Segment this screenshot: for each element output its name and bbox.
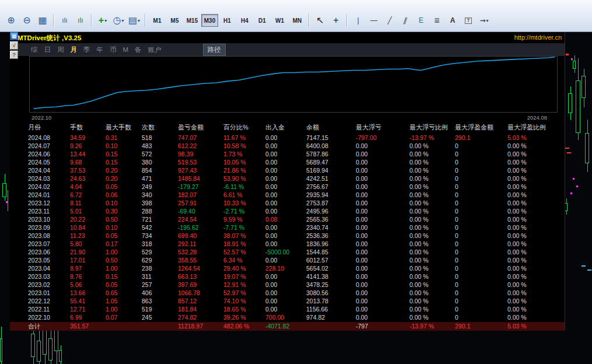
timeframe-m1-button[interactable]: M1 <box>149 14 166 27</box>
table-cell: 0 <box>455 199 507 207</box>
timeframe-w1-button[interactable]: W1 <box>271 14 288 27</box>
table-cell: 0.00 <box>356 183 409 191</box>
table-cell: 0.00 % <box>507 232 565 240</box>
panel-url-link[interactable]: http://mtdriver.cn <box>514 34 562 41</box>
candle-chart-button[interactable]: ılı <box>73 13 88 28</box>
total-cell: 11218.97 <box>178 322 223 331</box>
grid-button[interactable]: ≣ <box>429 13 444 28</box>
table-cell: 5.06 <box>70 281 106 289</box>
trendline-button[interactable]: ╱ <box>382 13 397 28</box>
zoom-out-button[interactable]: ⊖ <box>19 13 34 28</box>
table-cell: 0 <box>455 207 507 215</box>
timeframe-m30-button[interactable]: M30 <box>201 14 218 27</box>
table-cell: 0.00 <box>265 174 306 183</box>
table-cell: 0.00 % <box>409 191 455 199</box>
tab-综[interactable]: 综 <box>31 46 38 54</box>
table-row: 2023.0621.901.00529532.2852.57 %-5000.00… <box>10 248 565 256</box>
table-cell: 24.63 <box>70 174 106 183</box>
table-cell: 6.61 % <box>223 191 265 199</box>
table-cell: 6.99 <box>70 313 106 321</box>
table-cell: 20.22 <box>70 215 106 223</box>
table-cell: 1485.84 <box>178 174 223 183</box>
text-label-button[interactable]: T <box>461 13 476 28</box>
table-cell: 9.68 <box>70 158 106 166</box>
timeframe-mn-button[interactable]: MN <box>289 14 306 27</box>
table-cell: 21.86 % <box>223 166 265 174</box>
table-cell: 0.00 <box>265 297 306 305</box>
tabs-bar: 综日周月季年币M备账户路径 <box>10 43 565 56</box>
tab-年[interactable]: 年 <box>97 46 104 54</box>
table-row: 2023.075.800.17318292.1118.91 %0.001836.… <box>10 240 565 248</box>
table-cell: 0.00 <box>265 183 306 191</box>
tab-路径[interactable]: 路径 <box>203 44 226 56</box>
table-cell: 0.00 % <box>507 305 565 313</box>
fibonacci-button[interactable]: E <box>414 13 429 28</box>
table-cell: 2023.01 <box>28 289 70 297</box>
timeframe-h1-button[interactable]: H1 <box>219 14 236 27</box>
total-cell: 351.57 <box>70 322 106 331</box>
tab-M[interactable]: M <box>123 46 129 53</box>
text-button[interactable]: A <box>445 13 460 28</box>
table-row: 2023.0910.840.10542-195.62-7.71 %0.00234… <box>10 223 565 232</box>
vertical-line-button[interactable]: | <box>351 13 366 28</box>
crosshair-button[interactable]: + <box>328 13 344 28</box>
dropdown-arrow-icon: ▾ <box>486 18 489 23</box>
zoom-in-button[interactable]: ⊕ <box>3 13 19 28</box>
table-cell: 0.00 % <box>409 223 455 232</box>
tab-账户[interactable]: 账户 <box>148 46 162 54</box>
table-cell: 74.10 % <box>223 297 265 305</box>
timeframe-d1-button[interactable]: D1 <box>254 14 271 27</box>
tab-周[interactable]: 周 <box>57 46 64 54</box>
timeframe-m5-button[interactable]: M5 <box>166 14 183 27</box>
equidistant-channel-button[interactable]: ∥ <box>398 13 413 28</box>
timeframe-h4-button[interactable]: H4 <box>236 14 253 27</box>
tab-备[interactable]: 备 <box>135 46 142 54</box>
confirm-button[interactable]: √ <box>10 41 18 50</box>
table-cell: 0.00 <box>356 166 409 174</box>
tab-月[interactable]: 月 <box>71 46 78 54</box>
table-cell: 53.90 % <box>223 174 265 183</box>
column-header: 最大手数 <box>106 123 142 132</box>
bar-chart-button[interactable]: ılı <box>57 13 72 28</box>
table-cell: 0.00 % <box>409 207 455 215</box>
table-cell: 0.00 % <box>409 215 455 223</box>
table-cell: 532.28 <box>178 248 223 256</box>
table-row: 2023.0811.230.05734699.4038.07 %0.002536… <box>10 232 565 240</box>
column-header: 手数 <box>70 123 106 132</box>
template-button[interactable]: ▤▾ <box>127 13 142 28</box>
candle-mark <box>571 58 573 60</box>
tile-windows-button[interactable]: ▦ <box>35 13 50 28</box>
tile-windows-icon: ▦ <box>38 16 47 25</box>
table-cell: 0.00 <box>356 223 409 232</box>
table-cell: 0.00 % <box>507 297 565 305</box>
table-cell: -5000.00 <box>265 248 306 256</box>
tab-币[interactable]: 币 <box>110 46 117 54</box>
table-cell: -179.27 <box>178 183 223 191</box>
table-cell: 0.00 <box>356 150 409 158</box>
table-cell: 483 <box>142 142 178 150</box>
table-row: 2023.0113.660.654061066.7852.97 %0.00308… <box>10 289 565 297</box>
table-cell: 2023.10 <box>28 215 70 223</box>
column-header: 盈亏金额 <box>178 123 223 132</box>
table-cell: 13.66 <box>70 289 106 297</box>
new-order-button[interactable]: +▾ <box>95 13 110 28</box>
horizontal-line-button[interactable]: — <box>366 13 381 28</box>
table-cell: 5787.86 <box>306 150 356 158</box>
tab-季[interactable]: 季 <box>83 46 90 54</box>
equity-chart-svg <box>30 57 557 112</box>
table-cell: 2023.08 <box>28 232 70 240</box>
period-button[interactable]: ◷▾ <box>111 13 126 28</box>
table-cell: 1544.85 <box>306 248 356 256</box>
panel-icon[interactable]: ▦ <box>10 32 18 40</box>
arrows-button[interactable]: ⇝▾ <box>477 13 492 28</box>
table-cell: 0 <box>455 272 507 281</box>
cursor-button[interactable]: ↖ <box>313 13 328 28</box>
table-cell: 245 <box>142 313 178 321</box>
table-row: 2022.1112.711.00519181.8418.65 %0.001156… <box>10 305 565 313</box>
tab-日[interactable]: 日 <box>44 46 51 54</box>
help-button[interactable]: ? <box>10 51 18 59</box>
column-header: 月份 <box>28 123 70 132</box>
horizontal-line-icon: — <box>370 17 377 24</box>
dropdown-arrow-icon: ▾ <box>121 18 124 23</box>
timeframe-m15-button[interactable]: M15 <box>184 14 201 27</box>
